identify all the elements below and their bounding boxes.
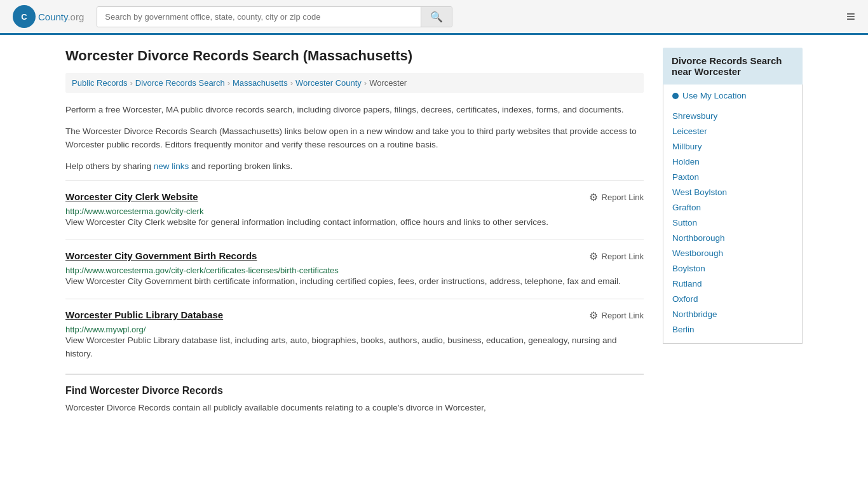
list-item: Oxford	[672, 291, 793, 306]
sidebar-link-holden[interactable]: Holden	[672, 157, 700, 166]
sidebar: Divorce Records Search near Worcester Us…	[663, 48, 803, 415]
menu-button[interactable]: ≡	[846, 8, 855, 25]
sidebar-link-oxford[interactable]: Oxford	[672, 294, 698, 304]
result-header-2: Worcester City Government Birth Records …	[65, 250, 644, 262]
sidebar-link-grafton[interactable]: Grafton	[672, 203, 701, 212]
breadcrumb-current: Worcester	[369, 78, 407, 88]
sidebar-link-northborough[interactable]: Northborough	[672, 233, 725, 243]
use-my-location-link[interactable]: Use My Location	[682, 91, 747, 100]
search-bar: 🔍	[97, 6, 452, 27]
logo-icon: C	[13, 5, 36, 28]
logo-text: County.org	[38, 11, 84, 22]
list-item: Millbury	[672, 139, 793, 154]
result-title-1[interactable]: Worcester City Clerk Website	[65, 191, 198, 202]
list-item: Rutland	[672, 276, 793, 291]
page-title: Worcester Divorce Records Search (Massac…	[65, 48, 644, 64]
location-dot-icon	[672, 93, 679, 99]
main-layout: Worcester Divorce Records Search (Massac…	[53, 35, 815, 428]
new-links-link[interactable]: new links	[154, 161, 189, 171]
breadcrumb-link-divorce-records[interactable]: Divorce Records Search	[135, 78, 225, 88]
breadcrumb-link-public-records[interactable]: Public Records	[72, 78, 127, 88]
sidebar-content: Use My Location Shrewsbury Leicester Mil…	[663, 85, 803, 344]
breadcrumb-link-massachusetts[interactable]: Massachusetts	[233, 78, 288, 88]
list-item: Paxton	[672, 169, 793, 184]
find-section-desc: Worcester Divorce Records contain all pu…	[65, 402, 644, 415]
find-section-title: Find Worcester Divorce Records	[65, 385, 644, 396]
report-icon-2: ⚙	[589, 250, 598, 262]
list-item: Westborough	[672, 245, 793, 261]
sidebar-link-berlin[interactable]: Berlin	[672, 325, 695, 334]
result-title-3[interactable]: Worcester Public Library Database	[65, 309, 223, 320]
breadcrumb: Public Records › Divorce Records Search …	[65, 73, 644, 93]
sidebar-location: Use My Location	[672, 91, 793, 100]
result-url-1[interactable]: http://www.worcesterma.gov/city-clerk	[65, 207, 203, 216]
sidebar-link-boylston[interactable]: Boylston	[672, 264, 705, 273]
list-item: Grafton	[672, 200, 793, 215]
search-input[interactable]	[97, 7, 421, 27]
breadcrumb-sep-2: ›	[227, 78, 230, 88]
description-1: Perform a free Worcester, MA public divo…	[65, 103, 644, 117]
result-card-3: Worcester Public Library Database ⚙ Repo…	[65, 299, 644, 371]
sidebar-link-westborough[interactable]: Westborough	[672, 248, 723, 258]
result-desc-2: View Worcester City Government birth cer…	[65, 275, 644, 288]
sidebar-link-west-boylston[interactable]: West Boylston	[672, 187, 727, 197]
result-desc-1: View Worcester City Clerk website for ge…	[65, 216, 644, 229]
site-logo[interactable]: C County.org	[13, 5, 84, 28]
list-item: Shrewsbury	[672, 108, 793, 123]
sidebar-link-sutton[interactable]: Sutton	[672, 218, 697, 227]
result-url-3[interactable]: http://www.mywpl.org/	[65, 325, 146, 334]
result-desc-3: View Worcester Public Library database l…	[65, 334, 644, 361]
list-item: Leicester	[672, 123, 793, 139]
content-area: Worcester Divorce Records Search (Massac…	[65, 48, 644, 415]
sidebar-link-rutland[interactable]: Rutland	[672, 279, 702, 288]
sidebar-link-leicester[interactable]: Leicester	[672, 126, 707, 136]
list-item: Holden	[672, 154, 793, 169]
list-item: Berlin	[672, 322, 793, 337]
result-card-2: Worcester City Government Birth Records …	[65, 240, 644, 299]
sidebar-link-shrewsbury[interactable]: Shrewsbury	[672, 111, 717, 121]
breadcrumb-sep: ›	[130, 78, 132, 88]
result-card-1: Worcester City Clerk Website ⚙ Report Li…	[65, 180, 644, 240]
result-title-2[interactable]: Worcester City Government Birth Records	[65, 250, 257, 261]
breadcrumb-sep-3: ›	[290, 78, 293, 88]
list-item: West Boylston	[672, 184, 793, 200]
sidebar-link-paxton[interactable]: Paxton	[672, 172, 699, 182]
report-link-2[interactable]: ⚙ Report Link	[589, 250, 644, 262]
breadcrumb-sep-4: ›	[364, 78, 367, 88]
report-link-3[interactable]: ⚙ Report Link	[589, 309, 644, 322]
search-button[interactable]: 🔍	[421, 7, 452, 27]
search-icon: 🔍	[430, 11, 443, 22]
breadcrumb-link-worcester-county[interactable]: Worcester County	[295, 78, 362, 88]
list-item: Sutton	[672, 215, 793, 230]
description-3: Help others by sharing new links and rep…	[65, 159, 644, 173]
result-header-3: Worcester Public Library Database ⚙ Repo…	[65, 309, 644, 322]
site-header: C County.org 🔍 ≡	[0, 0, 868, 35]
report-icon-1: ⚙	[589, 191, 598, 203]
svg-text:C: C	[21, 12, 27, 22]
list-item: Northborough	[672, 230, 793, 245]
list-item: Boylston	[672, 261, 793, 276]
report-icon-3: ⚙	[589, 309, 598, 322]
hamburger-icon: ≡	[846, 8, 855, 25]
result-header-1: Worcester City Clerk Website ⚙ Report Li…	[65, 191, 644, 203]
sidebar-link-northbridge[interactable]: Northbridge	[672, 309, 717, 319]
sidebar-nearby-list: Shrewsbury Leicester Millbury Holden Pax…	[672, 108, 793, 337]
result-url-2[interactable]: http://www.worcesterma.gov/city-clerk/ce…	[65, 266, 339, 275]
list-item: Northbridge	[672, 306, 793, 322]
sidebar-header: Divorce Records Search near Worcester	[663, 48, 803, 85]
report-link-1[interactable]: ⚙ Report Link	[589, 191, 644, 203]
sidebar-link-millbury[interactable]: Millbury	[672, 142, 702, 151]
description-2: The Worcester Divorce Records Search (Ma…	[65, 125, 644, 152]
find-section: Find Worcester Divorce Records Worcester…	[65, 374, 644, 415]
